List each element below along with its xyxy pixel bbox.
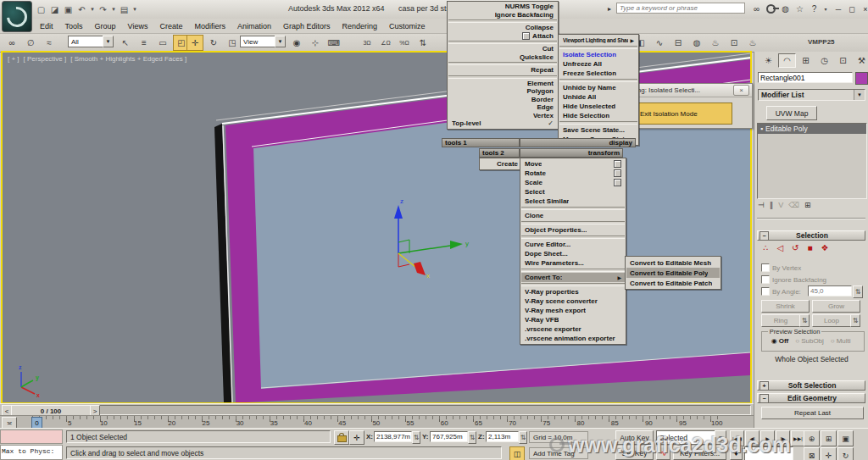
dialog-title-bar[interactable]: ing: Isolated Selecti... × <box>633 84 752 97</box>
quad-menu-item[interactable]: Rotate ✓ ▶ <box>521 169 625 178</box>
auto-key-button[interactable]: Auto Key <box>615 430 654 445</box>
checkbox-icon[interactable] <box>761 275 770 284</box>
quad-menu-item[interactable]: Object Properties... ✓ ▶ <box>521 225 625 235</box>
close-icon[interactable]: × <box>733 85 749 96</box>
minimize-button[interactable]: ─ <box>832 3 844 15</box>
repeat-last-button[interactable]: Repeat Last <box>761 407 864 419</box>
preview-subobj-radio[interactable]: ○ SubObj <box>795 337 824 345</box>
element-subobject-icon[interactable]: ❖ <box>821 243 829 252</box>
dropdown-arrow-icon[interactable]: ▼ <box>103 36 114 47</box>
material-editor-icon[interactable]: ◍ <box>688 35 705 51</box>
submenu-item[interactable]: Convert to Editable Mesh ✓ ▶ <box>626 258 720 268</box>
expand-icon[interactable]: + <box>760 381 769 391</box>
schematic-view-icon[interactable]: ⊟ <box>670 35 687 51</box>
render-setup-icon[interactable]: ♨ <box>707 35 724 51</box>
undo-dropdown-icon[interactable]: ▾ <box>90 4 95 15</box>
redo-icon[interactable]: ↷ <box>97 4 108 15</box>
help-dropdown-icon[interactable]: ▾ <box>823 3 828 14</box>
project-folder-icon[interactable]: ▤ <box>119 4 130 15</box>
menu-bar-item[interactable]: Modifiers <box>188 22 231 30</box>
dropdown-arrow-icon[interactable]: ▼ <box>854 90 865 100</box>
configure-modifier-sets-icon[interactable]: ⊞ <box>804 201 811 209</box>
maxscript-mini-listener[interactable]: Max to Physc: <box>0 445 63 460</box>
spinner-snap-icon[interactable]: ⇅ <box>415 35 431 51</box>
select-by-name-icon[interactable]: ≡ <box>136 35 153 51</box>
quad-menu-item[interactable]: V-Ray scene converter ✓ ▶ <box>521 297 625 306</box>
set-key-filters-icon[interactable]: ∿ <box>656 446 670 460</box>
viewport-nav-menu[interactable]: [ + ] <box>8 55 19 63</box>
tab-modify-icon[interactable]: ◠ <box>778 53 796 68</box>
loop-spinner[interactable]: ⇅ <box>850 314 860 327</box>
quad-menu-item[interactable]: V-Ray properties ✓ ▶ <box>521 287 625 297</box>
checkbox-icon[interactable] <box>761 263 770 272</box>
quad-menu-item[interactable]: V-Ray VFB ✓ ▶ <box>521 315 625 324</box>
go-to-start-button[interactable]: |◀◀ <box>730 430 744 446</box>
x-coord-field[interactable]: 2138,977m <box>374 431 412 442</box>
quad-menu-item[interactable]: Edge ✓ ▶ <box>448 103 557 112</box>
vertex-subobject-icon[interactable]: ∴ <box>763 243 768 252</box>
bind-to-space-warp-icon[interactable]: ≈ <box>41 35 58 51</box>
communication-center-icon[interactable]: ◍ <box>780 3 791 14</box>
favorites-star-icon[interactable]: ☆ <box>794 3 805 14</box>
option-box-icon[interactable] <box>614 169 621 177</box>
previous-frame-button[interactable]: ◀| <box>745 430 760 446</box>
shrink-button[interactable]: Shrink <box>761 300 810 313</box>
snaps-toggle-icon[interactable]: 3Ω <box>359 35 376 51</box>
save-file-icon[interactable]: ▣ <box>63 4 74 15</box>
quad-menu-item[interactable]: Hide Unselected ✓ ▶ <box>559 102 637 111</box>
submenu-item[interactable]: Convert to Editable Patch ✓ ▶ <box>626 278 720 288</box>
pin-stack-icon[interactable]: ⊣ <box>758 201 765 209</box>
unlink-selection-icon[interactable]: ∅ <box>22 35 39 51</box>
quad-menu-item[interactable]: Repeat ✓ ▶ <box>448 66 557 75</box>
menu-bar-item[interactable]: Create <box>153 22 188 30</box>
ignore-backfacing-checkbox[interactable]: Ignore Backfacing <box>761 275 826 284</box>
selection-filter-combo[interactable]: All ▼ <box>68 36 114 47</box>
render-production-icon[interactable]: ♨ <box>744 35 761 51</box>
by-angle-checkbox[interactable]: By Angle: <box>761 287 801 296</box>
select-and-rotate-icon[interactable]: ↻ <box>205 35 222 51</box>
zoom-all-icon[interactable]: ⊞ <box>821 430 837 446</box>
quad-menu-item[interactable]: Curve Editor... ✓ ▶ <box>521 240 625 249</box>
quad-menu-item[interactable]: Dope Sheet... ✓ ▶ <box>521 249 625 258</box>
collapse-icon[interactable]: − <box>760 394 769 403</box>
angle-snap-icon[interactable]: ∠Ω <box>377 35 394 51</box>
quad-menu-item[interactable]: Create ✓ ▶ <box>481 159 521 169</box>
select-and-scale-icon[interactable]: ◳ <box>224 35 241 51</box>
pan-icon[interactable]: ✛ <box>821 447 837 460</box>
next-frame-button[interactable]: |▶ <box>776 430 790 446</box>
menu-bar-item[interactable]: Edit <box>34 22 59 30</box>
edit-geometry-rollout-header[interactable]: − Edit Geometry <box>757 393 865 403</box>
time-slider-track[interactable] <box>2 405 751 415</box>
by-vertex-checkbox[interactable]: By Vertex <box>761 263 801 272</box>
search-flyout-icon[interactable]: ▸ <box>608 5 611 13</box>
quad-menu-item[interactable]: Clone ✓ ▶ <box>521 211 625 220</box>
menu-bar-item[interactable]: Graph Editors <box>277 22 337 30</box>
select-and-move-icon[interactable]: ✛ <box>186 35 203 51</box>
border-subobject-icon[interactable]: ↺ <box>792 243 798 252</box>
restore-button[interactable]: ◻ <box>846 3 858 15</box>
quad-menu-item[interactable]: Wire Parameters... ✓ ▶ <box>521 258 625 268</box>
reference-coordinate-combo[interactable]: View ▼ <box>240 36 286 47</box>
redo-dropdown-icon[interactable]: ▾ <box>111 4 116 15</box>
quad-menu-item[interactable]: Isolate Selection ✓ ▶ <box>559 50 637 59</box>
quad-menu-item[interactable]: Border ✓ ▶ <box>448 96 557 104</box>
quad-menu-item[interactable]: Unhide All ✓ ▶ <box>559 92 637 102</box>
make-unique-icon[interactable]: V <box>778 201 783 209</box>
project-dropdown-icon[interactable]: ▾ <box>132 4 137 15</box>
key-mode-toggle-icon[interactable]: ♦ <box>730 446 743 460</box>
selection-rollout-header[interactable]: − Selection <box>757 230 865 241</box>
tab-create-icon[interactable]: ☀ <box>760 53 777 68</box>
close-button[interactable]: × <box>860 3 868 15</box>
quad-menu-item[interactable]: Top-level ✓ ▶ <box>448 119 557 128</box>
y-coord-field[interactable]: 767,925m <box>430 431 468 442</box>
quad-menu-item[interactable]: Cut ✓ ▶ <box>448 45 557 53</box>
menu-bar-item[interactable]: Views <box>122 22 154 30</box>
quad-menu-item[interactable]: Vertex ✓ ▶ <box>448 112 557 120</box>
ring-button[interactable]: Ring <box>761 314 800 327</box>
quad-menu-item[interactable]: Element ✓ ▶ <box>448 80 557 88</box>
play-button[interactable]: ▶ <box>760 430 775 446</box>
percent-snap-icon[interactable]: %Ω <box>396 35 413 51</box>
quad-menu-item[interactable]: Hide Selection ✓ ▶ <box>559 111 637 120</box>
open-file-icon[interactable]: ◪ <box>49 4 60 15</box>
object-color-swatch[interactable] <box>855 72 868 85</box>
